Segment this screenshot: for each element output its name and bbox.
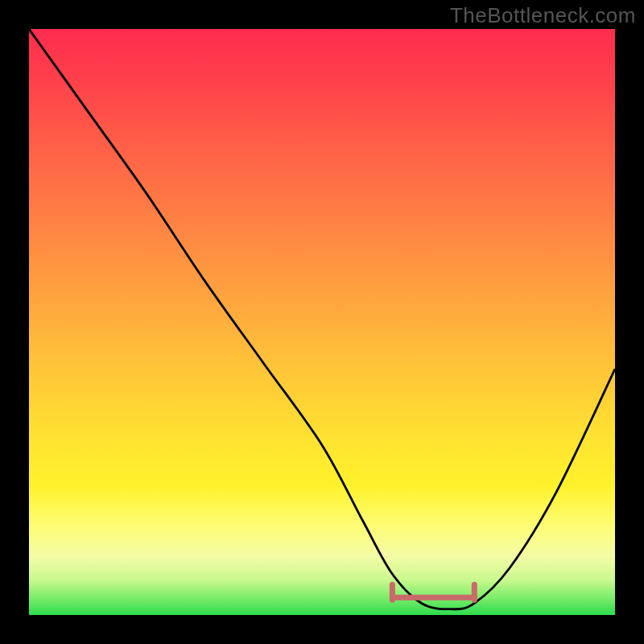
bottleneck-curve-path	[29, 29, 615, 609]
optimal-range-marker	[392, 584, 474, 600]
watermark-text: TheBottleneck.com	[450, 3, 636, 28]
chart-container: TheBottleneck.com	[0, 0, 644, 644]
bottleneck-chart-svg	[29, 29, 615, 615]
